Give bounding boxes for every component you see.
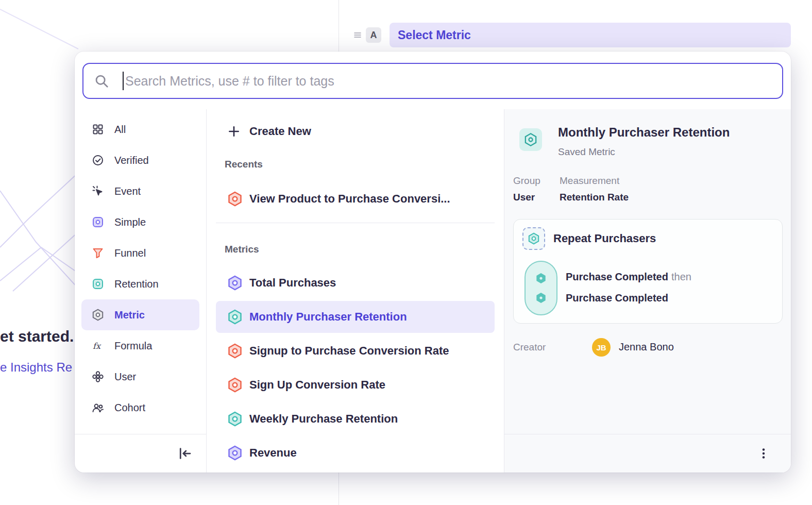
metric-item-label: Sign Up Conversion Rate <box>249 378 385 392</box>
funnel-metric-hexagon-icon <box>227 377 243 393</box>
sidebar-item-all[interactable]: All <box>81 114 199 145</box>
retention-metric-hexagon-icon <box>227 309 243 325</box>
simple-metric-hexagon-icon <box>227 445 243 461</box>
sidebar-footer <box>75 434 206 473</box>
simple-metric-icon <box>92 216 104 228</box>
search-bar[interactable] <box>82 63 783 99</box>
detail-footer <box>504 434 791 473</box>
event-sequence-pill <box>525 261 557 315</box>
funnel-metric-hexagon-icon <box>227 343 243 359</box>
sidebar-item-label: All <box>114 124 126 136</box>
recents-section-title: Recents <box>207 159 504 170</box>
series-letter-badge[interactable]: A <box>366 27 381 43</box>
metric-item-total-purchases[interactable]: Total Purchases <box>216 267 495 299</box>
event-click-icon <box>92 185 104 197</box>
verified-badge-icon <box>92 154 104 166</box>
metric-item-monthly-purchaser-retention[interactable]: Monthly Purchaser Retention <box>216 301 495 333</box>
metric-item-sign-up-conversion-rate[interactable]: Sign Up Conversion Rate <box>216 369 495 401</box>
sidebar-item-formula[interactable]: fx Formula <box>81 330 199 361</box>
metric-definition-card: Repeat Purchasers Purchase Completedthen <box>513 219 783 324</box>
metric-detail-panel: Monthly Purchaser Retention Saved Metric… <box>504 109 791 473</box>
metric-item-label: Monthly Purchaser Retention <box>249 310 407 324</box>
metric-list-panel: Create New Recents View Product to Purch… <box>206 109 504 473</box>
background-insights-link-fragment[interactable]: e Insights Re <box>0 360 75 375</box>
metric-item-label: Weekly Purchase Retention <box>249 412 398 426</box>
sidebar-item-simple[interactable]: Simple <box>81 207 199 238</box>
retention-metric-hexagon-icon <box>227 411 243 427</box>
retention-icon <box>92 278 104 290</box>
search-input[interactable] <box>125 74 772 89</box>
sidebar-item-user[interactable]: User <box>81 361 199 392</box>
sidebar-item-label: Funnel <box>114 247 146 259</box>
sidebar-item-label: User <box>114 371 136 383</box>
metric-item-label: Signup to Purchase Conversion Rate <box>249 344 449 358</box>
sidebar-item-cohort[interactable]: Cohort <box>81 392 199 423</box>
sidebar-item-verified[interactable]: Verified <box>81 145 199 176</box>
sidebar-item-label: Verified <box>114 155 149 166</box>
event-hexagon-icon <box>535 292 547 304</box>
select-metric-button[interactable]: Select Metric <box>390 23 791 47</box>
collapse-sidebar-icon[interactable] <box>177 446 193 461</box>
definition-connector: then <box>671 271 691 282</box>
behavior-dashed-hexagon-icon <box>522 227 545 250</box>
metric-hexagon-icon <box>92 309 104 321</box>
grid-icon <box>92 123 104 136</box>
sidebar-item-label: Cohort <box>114 402 145 414</box>
create-new-button[interactable]: Create New <box>207 116 504 146</box>
search-icon <box>94 73 109 89</box>
list-divider <box>216 223 495 223</box>
text-caret <box>123 72 124 90</box>
modal-body: All Verified Event <box>75 109 791 473</box>
background-headline-fragment: et started. <box>0 328 75 345</box>
recent-item-label: View Product to Purchase Conversi... <box>249 192 450 206</box>
metric-picker-modal: All Verified Event <box>75 52 791 473</box>
metric-item-revenue[interactable]: Revenue <box>216 437 495 469</box>
sidebar-item-label: Formula <box>114 340 152 352</box>
avatar: JB <box>592 338 611 357</box>
definition-name: Repeat Purchasers <box>553 232 656 245</box>
user-flower-icon <box>92 371 104 383</box>
plus-icon <box>227 125 241 138</box>
simple-metric-hexagon-icon <box>227 275 243 291</box>
decorative-chart-lines <box>0 0 82 319</box>
detail-header: Monthly Purchaser Retention Saved Metric <box>519 128 730 158</box>
sidebar-item-label: Retention <box>114 278 159 290</box>
sidebar-item-funnel[interactable]: Funnel <box>81 238 199 268</box>
metrics-section-title: Metrics <box>207 244 504 255</box>
definition-step-2: Purchase Completed <box>566 292 668 304</box>
select-metric-label: Select Metric <box>398 28 471 42</box>
formula-icon: fx <box>92 340 104 352</box>
metric-item-weekly-purchase-retention[interactable]: Weekly Purchase Retention <box>216 403 495 435</box>
funnel-icon <box>92 247 104 259</box>
more-options-icon[interactable] <box>757 447 770 460</box>
cohort-people-icon <box>92 401 104 414</box>
metric-item-label: Revenue <box>249 446 297 460</box>
creator-name: Jenna Bono <box>619 341 674 352</box>
measurement-value: Retention Rate <box>560 192 629 203</box>
metric-item-label: Total Purchases <box>249 276 336 290</box>
event-hexagon-icon <box>535 272 547 284</box>
drag-handle-icon[interactable] <box>353 31 362 39</box>
sidebar-item-label: Simple <box>114 216 146 228</box>
measurement-label: Measurement <box>560 175 629 187</box>
sidebar-item-label: Event <box>114 186 141 197</box>
create-new-label: Create New <box>249 125 311 138</box>
svg-text:fx: fx <box>93 341 102 351</box>
creator-label: Creator <box>513 342 546 353</box>
definition-step-1: Purchase Completed <box>566 271 668 282</box>
sidebar-item-event[interactable]: Event <box>81 176 199 207</box>
query-builder-row: A Select Metric <box>353 20 791 50</box>
group-value: User <box>513 192 560 203</box>
group-label: Group <box>513 175 560 187</box>
detail-title: Monthly Purchaser Retention <box>558 126 730 139</box>
funnel-metric-hexagon-icon <box>227 191 243 207</box>
recent-item-view-product-to-purchase[interactable]: View Product to Purchase Conversi... <box>216 183 495 215</box>
sidebar-item-retention[interactable]: Retention <box>81 268 199 299</box>
retention-metric-hexagon-icon <box>519 128 542 151</box>
sidebar-item-label: Metric <box>114 309 145 321</box>
detail-meta: Group User Measurement Retention Rate <box>513 175 629 203</box>
category-sidebar: All Verified Event <box>75 109 206 473</box>
metric-item-signup-to-purchase-conversion-rate[interactable]: Signup to Purchase Conversion Rate <box>216 335 495 367</box>
sidebar-item-metric[interactable]: Metric <box>81 299 199 330</box>
detail-subtitle: Saved Metric <box>558 146 730 158</box>
